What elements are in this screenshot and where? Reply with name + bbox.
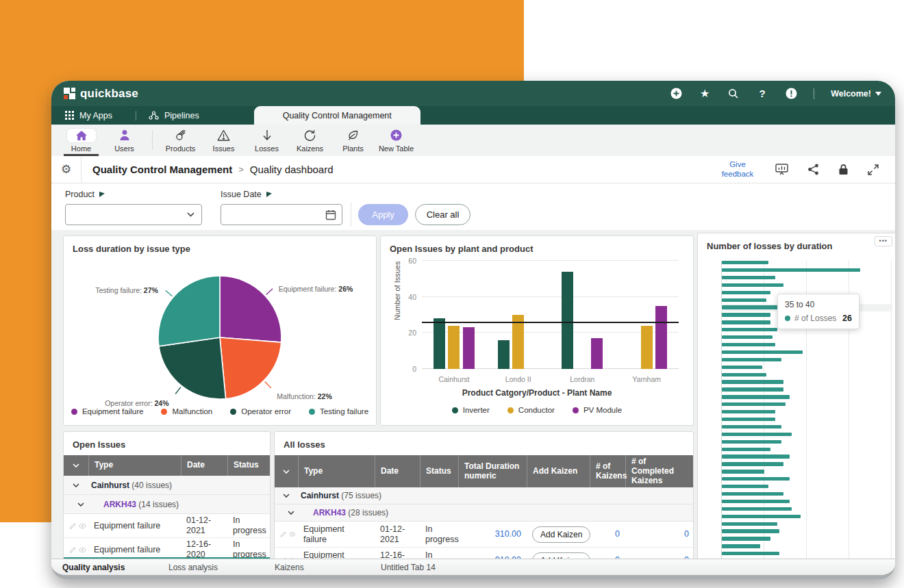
account-menu[interactable]: Welcome! [831,89,881,99]
clear-all-button[interactable]: Clear all [415,204,470,225]
duration-bar[interactable] [722,455,790,458]
alert-icon[interactable] [785,88,797,100]
view-eye-icon[interactable] [79,546,86,554]
duration-bar[interactable] [722,328,777,331]
duration-bar[interactable] [722,283,783,287]
column-header[interactable]: Status [420,455,458,487]
view-eye-icon[interactable] [289,530,296,539]
apply-button[interactable]: Apply [358,204,408,225]
bar-pv-module[interactable] [655,306,667,369]
bar-conductor[interactable] [641,326,653,369]
duration-bar[interactable] [722,537,770,540]
duration-bar[interactable] [722,433,792,436]
cell-total-duration[interactable]: 310.00 [458,528,527,541]
duration-bar[interactable] [722,395,790,398]
pie-slice[interactable] [220,337,281,399]
dashboard-tab-kaizens[interactable]: Kaizens [264,563,370,572]
legend-item[interactable]: Testing failure [309,407,368,416]
calendar-icon[interactable] [325,209,336,220]
legend-item[interactable]: Equipment failure [71,407,144,416]
presentation-icon[interactable] [775,164,788,175]
bar-inverter[interactable] [498,340,510,369]
duration-bar[interactable] [722,313,770,316]
duration-bar[interactable] [722,552,779,555]
legend-item[interactable]: Inverter [452,406,490,414]
toolbar-issues[interactable]: Issues [202,125,245,156]
edit-pencil-icon[interactable] [69,522,76,531]
duration-bar[interactable] [722,507,792,511]
toolbar-plants[interactable]: Plants [331,125,375,156]
add-kaizen-button[interactable]: Add Kaizen [532,526,590,543]
search-icon[interactable] [727,88,740,100]
duration-bar[interactable] [722,320,770,324]
add-icon[interactable] [670,88,682,100]
column-header[interactable]: Add Kaizen [527,455,590,487]
tab-quality-control-management[interactable]: Quality Control Management [254,106,420,125]
bar-pv-module[interactable] [591,338,603,369]
duration-bar[interactable] [722,448,770,451]
duration-bar[interactable] [722,373,766,376]
column-header[interactable]: # of Kaizens [590,455,625,487]
group-collapse-chevron[interactable] [64,483,88,487]
issue-date-filter-input[interactable] [221,204,342,225]
duration-bar[interactable] [722,529,779,533]
duration-bar[interactable] [722,402,786,406]
duration-bar[interactable] [722,343,775,346]
legend-item[interactable]: Conductor [507,406,555,414]
column-header[interactable]: Date [375,455,420,487]
column-header[interactable]: # of Completed Kaizens [625,455,694,487]
expand-fullscreen-icon[interactable] [868,164,879,175]
view-eye-icon[interactable] [79,522,86,531]
duration-bar[interactable] [722,500,790,503]
duration-bar[interactable] [722,477,790,481]
duration-bar[interactable] [722,305,777,309]
toolbar-products[interactable]: Products [159,125,202,156]
panel-menu-button[interactable]: ••• [875,236,892,246]
nav-pipelines[interactable]: Pipelines [145,106,214,125]
column-header[interactable]: Type [298,455,375,487]
duration-bar[interactable] [722,387,783,391]
duration-bar[interactable] [722,335,773,339]
toolbar-users[interactable]: Users [103,125,146,156]
toolbar-kaizens[interactable]: Kaizens [288,125,331,156]
column-header[interactable]: Date [181,455,227,476]
help-icon[interactable]: ? [756,88,768,100]
duration-bar[interactable] [722,492,783,496]
duration-bar[interactable] [722,268,860,272]
pie-slice[interactable] [159,337,226,399]
column-header[interactable]: Status [227,455,271,476]
give-feedback-link[interactable]: Give feedback [719,160,756,178]
group-collapse-chevron[interactable] [275,494,298,498]
bar-pv-module[interactable] [463,327,475,369]
duration-bar[interactable] [722,470,764,473]
duration-bar[interactable] [722,366,762,369]
dashboard-tab-untitled-tab-14[interactable]: Untitled Tab 14 [370,563,476,572]
duration-bar[interactable] [722,515,801,518]
collapse-all-chevron[interactable] [64,455,88,476]
pie-slice[interactable] [220,276,281,342]
share-icon[interactable] [807,164,819,175]
duration-bar[interactable] [722,440,781,444]
bar-inverter[interactable] [434,318,445,369]
duration-bar[interactable] [722,358,781,361]
duration-bar[interactable] [722,462,783,465]
duration-bar[interactable] [722,291,770,294]
duration-bar[interactable] [722,522,777,526]
dashboard-tab-loss-analysis[interactable]: Loss analysis [158,563,264,572]
group-collapse-chevron[interactable] [64,502,88,507]
duration-bar[interactable] [722,350,803,354]
duration-bar[interactable] [722,410,775,413]
collapse-all-chevron[interactable] [275,455,298,487]
dashboard-tab-quality-analysis[interactable]: Quality analysis [51,563,158,572]
edit-pencil-icon[interactable] [69,546,76,554]
edit-pencil-icon[interactable] [280,530,286,539]
duration-bar[interactable] [722,418,775,421]
duration-bar[interactable] [722,261,768,264]
legend-item[interactable]: Malfunction [161,407,212,416]
column-header[interactable]: Type [88,455,181,476]
pie-slice[interactable] [158,276,220,346]
table-row[interactable]: Equipment failure01-12-2021In progress31… [275,522,693,548]
duration-bar[interactable] [722,380,783,383]
cell-num-completed-kaizens[interactable]: 0 [625,528,694,541]
table-row[interactable]: Equipment failure01-12-2021In progress [64,514,270,538]
